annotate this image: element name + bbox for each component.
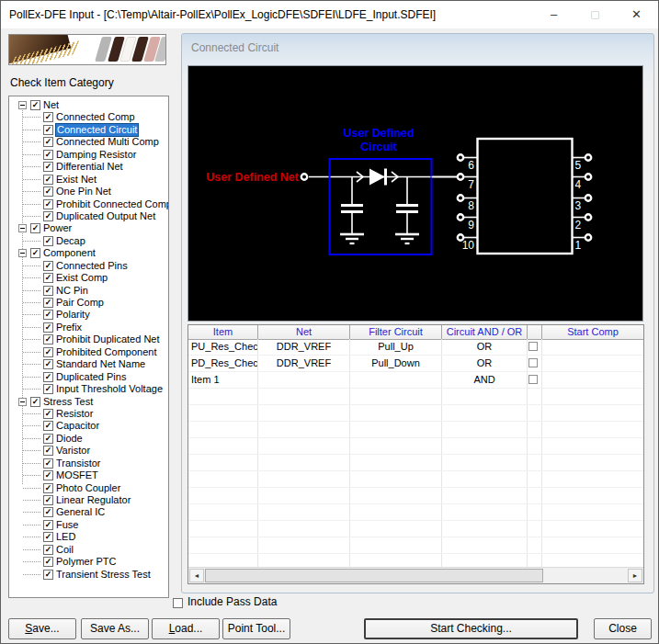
- tree-item[interactable]: ✓Net: [9, 99, 168, 111]
- tree-item[interactable]: ✓Connected Multi Comp: [9, 136, 168, 148]
- checkbox-checked-icon[interactable]: ✓: [43, 545, 53, 555]
- tree-item[interactable]: ✓General IC: [9, 506, 168, 518]
- table-cell[interactable]: [528, 356, 542, 371]
- tree-item[interactable]: ✓Exist Comp: [9, 272, 168, 284]
- checkbox-checked-icon[interactable]: ✓: [43, 298, 53, 308]
- tree-item-label[interactable]: Power: [43, 222, 72, 234]
- checkbox-checked-icon[interactable]: ✓: [43, 211, 53, 221]
- tree-item-label[interactable]: Capacitor: [56, 420, 99, 432]
- table-cell[interactable]: Pull_Up: [350, 339, 442, 355]
- checkbox-checked-icon[interactable]: ✓: [43, 286, 53, 296]
- tree-item-label[interactable]: Prefix: [56, 322, 82, 333]
- table-cell[interactable]: [542, 356, 643, 371]
- checkbox-checked-icon[interactable]: ✓: [43, 520, 53, 530]
- table-cell[interactable]: [528, 372, 542, 388]
- checkbox-checked-icon[interactable]: ✓: [30, 223, 40, 233]
- checkbox-checked-icon[interactable]: ✓: [43, 372, 53, 382]
- tree-item-label[interactable]: Duplicated Output Net: [56, 210, 155, 222]
- table-cell[interactable]: OR: [442, 339, 528, 355]
- tree-item[interactable]: ✓Power: [9, 222, 168, 234]
- tree-item-label[interactable]: Exist Net: [56, 174, 97, 186]
- collapse-icon[interactable]: [18, 249, 27, 257]
- checkbox-checked-icon[interactable]: ✓: [30, 100, 40, 110]
- checkbox-checked-icon[interactable]: ✓: [43, 137, 53, 147]
- tree-item-label[interactable]: Net: [43, 99, 59, 111]
- tree-item[interactable]: ✓Prohibit Duplicated Net: [9, 333, 168, 345]
- tree-item-label[interactable]: Varistor: [56, 445, 90, 457]
- table-row[interactable]: PD_Res_CheckDDR_VREFPull_DownOR: [188, 356, 643, 372]
- tree-item-label[interactable]: Prohibit Connected Comp: [56, 198, 169, 210]
- scrollbar-thumb[interactable]: [205, 569, 543, 582]
- tree-item[interactable]: ✓Damping Resistor: [9, 149, 168, 161]
- checkbox-checked-icon[interactable]: ✓: [43, 334, 53, 345]
- tree-item[interactable]: ✓Differential Net: [9, 161, 168, 173]
- include-pass-data-label[interactable]: Include Pass Data: [187, 595, 277, 608]
- tree-item[interactable]: ✓Prefix: [9, 322, 168, 333]
- tree-item[interactable]: ✓Pair Comp: [9, 297, 168, 309]
- checkbox-checked-icon[interactable]: ✓: [43, 434, 53, 444]
- tree-item-label[interactable]: Exist Comp: [56, 272, 108, 284]
- checkbox-checked-icon[interactable]: ✓: [43, 261, 53, 271]
- tree-item-label[interactable]: Prohibited Component: [56, 346, 156, 358]
- tree-item[interactable]: ✓Exist Net: [9, 174, 168, 186]
- table-cell[interactable]: AND: [442, 372, 528, 388]
- collapse-icon[interactable]: [18, 224, 27, 232]
- tree-item[interactable]: ✓Linear Regulator: [9, 494, 168, 506]
- tree-item-label[interactable]: Photo Coupler: [56, 482, 120, 494]
- tree-item[interactable]: ✓Coil: [9, 544, 168, 556]
- checkbox-checked-icon[interactable]: ✓: [43, 421, 53, 431]
- tree-item-label[interactable]: Connected Circuit: [56, 124, 138, 136]
- checkbox-checked-icon[interactable]: ✓: [43, 150, 53, 160]
- tree-item-label[interactable]: Decap: [56, 235, 85, 247]
- tree-item-label[interactable]: Connected Pins: [56, 260, 128, 272]
- table-cell[interactable]: OR: [442, 356, 528, 371]
- tree-item[interactable]: ✓Polarity: [9, 309, 168, 321]
- tree-item[interactable]: ✓Standard Net Name: [9, 358, 168, 370]
- tree-item-label[interactable]: LED: [56, 531, 75, 543]
- tree-item[interactable]: ✓Component: [9, 247, 168, 259]
- table-cell[interactable]: Item 1: [188, 372, 258, 388]
- table-cell[interactable]: Pull_Down: [350, 356, 442, 371]
- checkbox-checked-icon[interactable]: ✓: [43, 409, 53, 419]
- tree-item-label[interactable]: Polymer PTC: [56, 556, 116, 568]
- checkbox-checked-icon[interactable]: ✓: [43, 322, 53, 333]
- tree-item-label[interactable]: Fuse: [56, 519, 78, 531]
- checkbox-checked-icon[interactable]: ✓: [43, 347, 53, 357]
- tree-item-label[interactable]: Connected Multi Comp: [56, 136, 159, 148]
- point-tool-button[interactable]: Point Tool...: [222, 618, 290, 639]
- table-cell[interactable]: [542, 339, 643, 355]
- tree-item-label[interactable]: Pair Comp: [56, 297, 104, 309]
- checkbox-checked-icon[interactable]: ✓: [43, 236, 53, 246]
- tree-item-label[interactable]: Transient Stress Test: [56, 569, 151, 581]
- checkbox-checked-icon[interactable]: ✓: [43, 495, 53, 505]
- checkbox-checked-icon[interactable]: ✓: [30, 248, 40, 258]
- tree-item-label[interactable]: Diode: [56, 433, 83, 445]
- tree-item[interactable]: ✓Connected Circuit: [9, 124, 168, 136]
- close-button[interactable]: Close: [594, 618, 652, 639]
- tree-item[interactable]: ✓Capacitor: [9, 420, 168, 432]
- row-checkbox[interactable]: [528, 342, 538, 351]
- checkbox-checked-icon[interactable]: ✓: [43, 483, 53, 493]
- tree-item[interactable]: ✓Resistor: [9, 408, 168, 420]
- checkbox-checked-icon[interactable]: ✓: [43, 273, 53, 283]
- scroll-left-icon[interactable]: ◄: [189, 569, 204, 582]
- table-cell[interactable]: [528, 339, 542, 355]
- table-row[interactable]: Item 1AND: [188, 372, 643, 389]
- table-cell[interactable]: DDR_VREF: [258, 339, 350, 355]
- tree-item-label[interactable]: Resistor: [56, 408, 93, 420]
- checkbox-checked-icon[interactable]: ✓: [43, 557, 53, 567]
- tree-item[interactable]: ✓Prohibited Component: [9, 346, 168, 358]
- checkbox-checked-icon[interactable]: ✓: [43, 458, 53, 469]
- table-cell[interactable]: DDR_VREF: [258, 356, 350, 371]
- table-cell[interactable]: [258, 372, 350, 388]
- checkbox-checked-icon[interactable]: ✓: [43, 175, 53, 185]
- save-button[interactable]: Save...: [8, 618, 76, 639]
- table-cell[interactable]: [542, 372, 643, 388]
- tree-item-label[interactable]: Transistor: [56, 458, 101, 469]
- tree-item[interactable]: ✓Varistor: [9, 445, 168, 457]
- tree-item[interactable]: ✓NC Pin: [9, 285, 168, 297]
- checkbox-checked-icon[interactable]: ✓: [43, 310, 53, 320]
- horizontal-scrollbar[interactable]: ◄ ►: [188, 567, 643, 583]
- table-cell[interactable]: PD_Res_Check: [188, 356, 258, 371]
- checkbox-checked-icon[interactable]: ✓: [43, 125, 53, 135]
